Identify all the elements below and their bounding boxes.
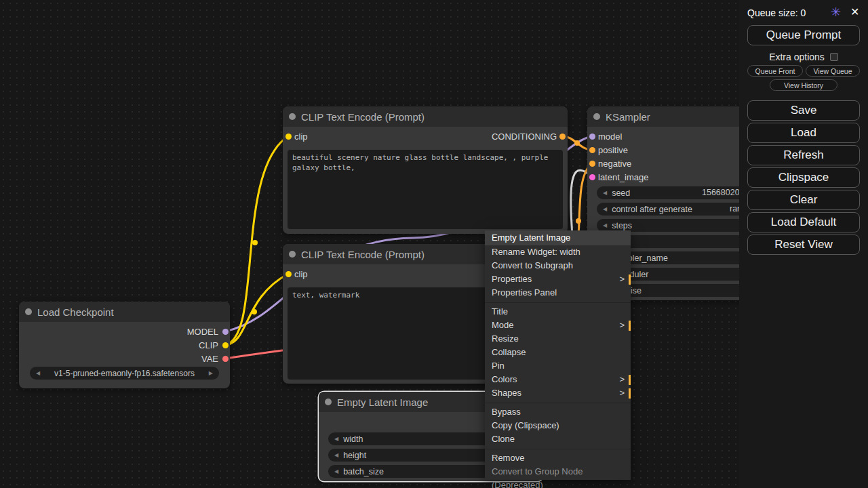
output-slot-vae[interactable] [222, 356, 229, 362]
menu-item-collapse[interactable]: Collapse [485, 346, 631, 359]
menu-item-convert-to-group-node[interactable]: Convert to Group Node (Deprecated) [485, 465, 631, 479]
submenu-indicator-bar [629, 388, 631, 399]
menu-item-mode[interactable]: Mode > [485, 319, 631, 332]
widget-label: batch_size [343, 467, 384, 476]
decrement-icon[interactable]: ◀ [334, 465, 338, 478]
submenu-arrow-icon: > [619, 373, 625, 386]
link-dot [576, 218, 581, 224]
widget-ckpt-name[interactable]: ◀ v1-5-pruned-emaonly-fp16.safetensors ▶ [30, 367, 219, 380]
menu-separator [485, 300, 631, 305]
refresh-button[interactable]: Refresh [747, 145, 860, 165]
node-title: Empty Latent Image [337, 396, 428, 408]
input-slot-latent-image[interactable] [589, 174, 595, 180]
save-button[interactable]: Save [747, 100, 860, 121]
comfy-menu-panel: Queue size: 0 ✳ ✕ Queue Prompt Extra opt… [739, 0, 868, 488]
input-label-latent-image: latent_image [598, 172, 648, 182]
link-dot [574, 140, 580, 146]
link-clip-to-negative [225, 274, 288, 345]
node-clip-text-encode-positive[interactable]: CLIP Text Encode (Prompt) clip CONDITION… [283, 106, 568, 234]
decrement-icon[interactable]: ◀ [603, 203, 607, 216]
submenu-indicator-bar [629, 321, 631, 331]
output-slot-model[interactable] [222, 329, 229, 335]
view-history-button[interactable]: View History [770, 79, 837, 91]
menu-separator [485, 400, 631, 405]
submenu-indicator-bar [629, 274, 631, 285]
input-slot-clip[interactable] [285, 271, 292, 277]
menu-item-properties[interactable]: Properties > [485, 272, 631, 286]
menu-item-shapes[interactable]: Shapes > [485, 386, 631, 400]
menu-item-pin[interactable]: Pin [485, 359, 631, 373]
node-title: CLIP Text Encode (Prompt) [301, 111, 425, 123]
load-default-button[interactable]: Load Default [747, 212, 860, 232]
menu-item-convert-to-subgraph[interactable]: Convert to Subgraph [485, 259, 631, 272]
input-slot-model[interactable] [589, 134, 595, 140]
input-label-negative: negative [598, 159, 631, 169]
menu-separator [485, 446, 631, 451]
queue-size-label: Queue size: 0 [747, 7, 806, 18]
node-graph-canvas[interactable]: CLIP Text Encode (Prompt) clip CONDITION… [0, 0, 868, 488]
input-slot-negative[interactable] [589, 161, 595, 167]
widget-label: steps [612, 221, 632, 230]
clipspace-button[interactable]: Clipspace [747, 167, 860, 188]
node-title: CLIP Text Encode (Prompt) [301, 249, 425, 260]
decrement-icon[interactable]: ◀ [334, 449, 338, 462]
menu-item-colors[interactable]: Colors > [485, 373, 631, 386]
node-title-bar[interactable]: CLIP Text Encode (Prompt) [283, 106, 568, 127]
queue-prompt-button[interactable]: Queue Prompt [747, 25, 860, 45]
node-context-menu: Empty Latent Image Rename Widget: width … [485, 230, 631, 480]
context-menu-title: Empty Latent Image [485, 230, 631, 245]
menu-item-title[interactable]: Title [485, 305, 631, 319]
input-slot-positive[interactable] [589, 147, 595, 153]
prompt-textarea[interactable]: beautiful scenery nature glass bottle la… [288, 150, 563, 229]
reset-view-button[interactable]: Reset View [747, 235, 860, 255]
input-label-model: model [598, 131, 622, 142]
widget-label: control after generate [612, 205, 692, 214]
input-label-clip: clip [294, 269, 308, 279]
widget-label: seed [612, 188, 630, 198]
node-title-bar[interactable]: Load Checkpoint [19, 302, 230, 322]
widget-label: height [343, 451, 366, 460]
collapse-dot-icon[interactable] [289, 251, 296, 258]
view-queue-button[interactable]: View Queue [806, 65, 860, 77]
decrement-icon[interactable]: ◀ [334, 432, 338, 445]
output-slot-clip[interactable] [222, 342, 229, 348]
menu-item-copy-clipspace[interactable]: Copy (Clipspace) [485, 419, 631, 432]
input-label-positive: positive [598, 145, 628, 155]
submenu-arrow-icon: > [619, 272, 625, 286]
menu-item-bypass[interactable]: Bypass [485, 405, 631, 419]
collapse-dot-icon[interactable] [289, 113, 296, 120]
decrement-icon[interactable]: ◀ [603, 186, 607, 199]
collapse-dot-icon[interactable] [325, 399, 332, 405]
settings-icon[interactable]: ✳ [831, 7, 841, 18]
node-title: KSampler [606, 111, 650, 123]
widget-value: v1-5-pruned-emaonly-fp16.safetensors [40, 369, 209, 378]
menu-item-properties-panel[interactable]: Properties Panel [485, 286, 631, 300]
clear-button[interactable]: Clear [747, 190, 860, 210]
load-button[interactable]: Load [747, 123, 860, 143]
close-icon[interactable]: ✕ [850, 7, 859, 18]
menu-item-rename-widget[interactable]: Rename Widget: width [485, 245, 631, 259]
menu-item-resize[interactable]: Resize [485, 332, 631, 346]
menu-item-clone[interactable]: Clone [485, 432, 631, 446]
input-label-clip: clip [294, 131, 308, 142]
collapse-dot-icon[interactable] [593, 113, 600, 120]
widget-label: width [343, 434, 363, 444]
output-label-vae: VAE [201, 354, 218, 364]
output-slot-conditioning[interactable] [559, 134, 566, 140]
node-load-checkpoint[interactable]: Load Checkpoint MODEL CLIP VAE ◀ v1-5-pr… [19, 302, 230, 388]
submenu-arrow-icon: > [619, 319, 625, 332]
submenu-indicator-bar [629, 375, 631, 385]
submenu-arrow-icon: > [619, 386, 625, 400]
next-option-icon[interactable]: ▶ [209, 367, 213, 380]
output-label-conditioning: CONDITIONING [492, 131, 557, 142]
link-dot [252, 309, 257, 314]
output-label-clip: CLIP [199, 340, 218, 350]
collapse-dot-icon[interactable] [25, 308, 32, 315]
input-slot-clip[interactable] [285, 134, 292, 140]
extra-options-checkbox[interactable] [830, 53, 838, 61]
queue-front-button[interactable]: Queue Front [747, 65, 803, 77]
link-dot [252, 240, 258, 245]
menu-item-remove[interactable]: Remove [485, 451, 631, 465]
node-title: Load Checkpoint [37, 306, 114, 318]
extra-options-row: Extra options [747, 52, 860, 62]
